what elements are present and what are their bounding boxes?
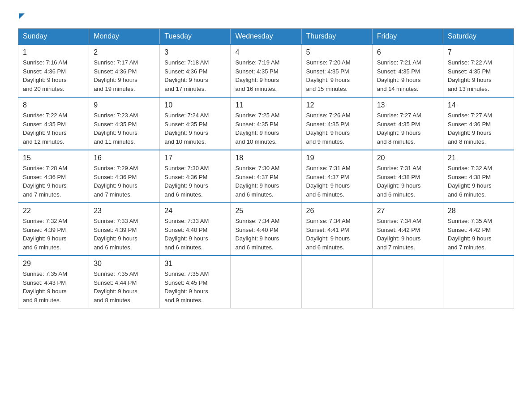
calendar-cell: 22 Sunrise: 7:32 AM Sunset: 4:39 PM Dayl…	[18, 203, 89, 256]
day-info: Sunrise: 7:24 AM Sunset: 4:35 PM Dayligh…	[164, 111, 226, 146]
day-number: 9	[94, 101, 155, 109]
day-number: 8	[23, 101, 84, 109]
day-info: Sunrise: 7:31 AM Sunset: 4:37 PM Dayligh…	[306, 164, 368, 199]
calendar-cell: 18 Sunrise: 7:30 AM Sunset: 4:37 PM Dayl…	[231, 150, 301, 203]
calendar-cell: 12 Sunrise: 7:26 AM Sunset: 4:35 PM Dayl…	[301, 97, 372, 150]
day-number: 29	[23, 260, 84, 268]
day-info: Sunrise: 7:22 AM Sunset: 4:35 PM Dayligh…	[448, 58, 509, 93]
calendar-cell: 20 Sunrise: 7:31 AM Sunset: 4:38 PM Dayl…	[372, 150, 443, 203]
day-number: 14	[448, 101, 509, 109]
day-number: 11	[235, 101, 296, 109]
week-row-3: 15 Sunrise: 7:28 AM Sunset: 4:36 PM Dayl…	[18, 150, 514, 203]
calendar-cell: 3 Sunrise: 7:18 AM Sunset: 4:36 PM Dayli…	[160, 44, 231, 97]
day-number: 23	[94, 207, 155, 215]
day-number: 30	[94, 260, 155, 268]
logo	[18, 13, 25, 19]
calendar-cell: 9 Sunrise: 7:23 AM Sunset: 4:35 PM Dayli…	[89, 97, 160, 150]
calendar-cell: 13 Sunrise: 7:27 AM Sunset: 4:35 PM Dayl…	[372, 97, 443, 150]
logo-content	[18, 13, 25, 19]
day-number: 17	[164, 154, 226, 162]
calendar-cell	[372, 256, 443, 308]
day-info: Sunrise: 7:33 AM Sunset: 4:40 PM Dayligh…	[164, 217, 226, 252]
day-number: 3	[164, 48, 226, 56]
day-info: Sunrise: 7:25 AM Sunset: 4:35 PM Dayligh…	[235, 111, 296, 146]
day-number: 27	[377, 207, 438, 215]
day-info: Sunrise: 7:23 AM Sunset: 4:35 PM Dayligh…	[94, 111, 155, 146]
column-header-friday: Friday	[372, 29, 443, 45]
day-info: Sunrise: 7:16 AM Sunset: 4:36 PM Dayligh…	[23, 58, 84, 93]
week-row-5: 29 Sunrise: 7:35 AM Sunset: 4:43 PM Dayl…	[18, 256, 514, 308]
day-number: 31	[164, 260, 226, 268]
calendar-cell	[443, 256, 514, 308]
calendar-cell: 28 Sunrise: 7:35 AM Sunset: 4:42 PM Dayl…	[443, 203, 514, 256]
day-info: Sunrise: 7:30 AM Sunset: 4:37 PM Dayligh…	[235, 164, 296, 199]
week-row-1: 1 Sunrise: 7:16 AM Sunset: 4:36 PM Dayli…	[18, 44, 514, 97]
day-info: Sunrise: 7:19 AM Sunset: 4:35 PM Dayligh…	[235, 58, 296, 93]
day-number: 16	[94, 154, 155, 162]
calendar-cell: 2 Sunrise: 7:17 AM Sunset: 4:36 PM Dayli…	[89, 44, 160, 97]
column-header-tuesday: Tuesday	[160, 29, 231, 45]
day-number: 24	[164, 207, 226, 215]
calendar-cell: 8 Sunrise: 7:22 AM Sunset: 4:35 PM Dayli…	[18, 97, 89, 150]
calendar-cell: 30 Sunrise: 7:35 AM Sunset: 4:44 PM Dayl…	[89, 256, 160, 308]
calendar-cell	[301, 256, 372, 308]
day-number: 7	[448, 48, 509, 56]
calendar-cell: 14 Sunrise: 7:27 AM Sunset: 4:36 PM Dayl…	[443, 97, 514, 150]
column-header-sunday: Sunday	[18, 29, 89, 45]
day-number: 15	[23, 154, 84, 162]
day-number: 4	[235, 48, 296, 56]
day-info: Sunrise: 7:33 AM Sunset: 4:39 PM Dayligh…	[94, 217, 155, 252]
day-number: 1	[23, 48, 84, 56]
column-header-monday: Monday	[89, 29, 160, 45]
calendar-cell: 25 Sunrise: 7:34 AM Sunset: 4:40 PM Dayl…	[231, 203, 301, 256]
day-info: Sunrise: 7:22 AM Sunset: 4:35 PM Dayligh…	[23, 111, 84, 146]
day-number: 28	[448, 207, 509, 215]
calendar-cell: 24 Sunrise: 7:33 AM Sunset: 4:40 PM Dayl…	[160, 203, 231, 256]
day-info: Sunrise: 7:35 AM Sunset: 4:43 PM Dayligh…	[23, 270, 84, 304]
day-info: Sunrise: 7:32 AM Sunset: 4:39 PM Dayligh…	[23, 217, 84, 252]
calendar-cell: 23 Sunrise: 7:33 AM Sunset: 4:39 PM Dayl…	[89, 203, 160, 256]
calendar-cell: 5 Sunrise: 7:20 AM Sunset: 4:35 PM Dayli…	[301, 44, 372, 97]
calendar-cell: 7 Sunrise: 7:22 AM Sunset: 4:35 PM Dayli…	[443, 44, 514, 97]
week-row-2: 8 Sunrise: 7:22 AM Sunset: 4:35 PM Dayli…	[18, 97, 514, 150]
column-header-wednesday: Wednesday	[231, 29, 301, 45]
day-info: Sunrise: 7:31 AM Sunset: 4:38 PM Dayligh…	[377, 164, 438, 199]
day-info: Sunrise: 7:27 AM Sunset: 4:35 PM Dayligh…	[377, 111, 438, 146]
day-number: 22	[23, 207, 84, 215]
calendar-header-row: SundayMondayTuesdayWednesdayThursdayFrid…	[18, 29, 514, 45]
calendar-cell: 17 Sunrise: 7:30 AM Sunset: 4:36 PM Dayl…	[160, 150, 231, 203]
calendar-cell: 19 Sunrise: 7:31 AM Sunset: 4:37 PM Dayl…	[301, 150, 372, 203]
day-info: Sunrise: 7:18 AM Sunset: 4:36 PM Dayligh…	[164, 58, 226, 93]
calendar-cell: 15 Sunrise: 7:28 AM Sunset: 4:36 PM Dayl…	[18, 150, 89, 203]
calendar-cell	[231, 256, 301, 308]
day-info: Sunrise: 7:34 AM Sunset: 4:41 PM Dayligh…	[306, 217, 368, 252]
day-number: 2	[94, 48, 155, 56]
day-info: Sunrise: 7:29 AM Sunset: 4:36 PM Dayligh…	[94, 164, 155, 199]
day-number: 20	[377, 154, 438, 162]
day-number: 5	[306, 48, 368, 56]
calendar-cell: 1 Sunrise: 7:16 AM Sunset: 4:36 PM Dayli…	[18, 44, 89, 97]
day-info: Sunrise: 7:35 AM Sunset: 4:42 PM Dayligh…	[448, 217, 509, 252]
calendar-cell: 6 Sunrise: 7:21 AM Sunset: 4:35 PM Dayli…	[372, 44, 443, 97]
calendar-cell: 16 Sunrise: 7:29 AM Sunset: 4:36 PM Dayl…	[89, 150, 160, 203]
day-number: 26	[306, 207, 368, 215]
day-number: 18	[235, 154, 296, 162]
day-info: Sunrise: 7:28 AM Sunset: 4:36 PM Dayligh…	[23, 164, 84, 199]
day-info: Sunrise: 7:26 AM Sunset: 4:35 PM Dayligh…	[306, 111, 368, 146]
day-info: Sunrise: 7:35 AM Sunset: 4:44 PM Dayligh…	[94, 270, 155, 304]
calendar-cell: 31 Sunrise: 7:35 AM Sunset: 4:45 PM Dayl…	[160, 256, 231, 308]
calendar-cell: 26 Sunrise: 7:34 AM Sunset: 4:41 PM Dayl…	[301, 203, 372, 256]
day-info: Sunrise: 7:35 AM Sunset: 4:45 PM Dayligh…	[164, 270, 226, 304]
day-info: Sunrise: 7:34 AM Sunset: 4:42 PM Dayligh…	[377, 217, 438, 252]
column-header-saturday: Saturday	[443, 29, 514, 45]
calendar-cell: 11 Sunrise: 7:25 AM Sunset: 4:35 PM Dayl…	[231, 97, 301, 150]
calendar-cell: 10 Sunrise: 7:24 AM Sunset: 4:35 PM Dayl…	[160, 97, 231, 150]
day-number: 13	[377, 101, 438, 109]
day-info: Sunrise: 7:34 AM Sunset: 4:40 PM Dayligh…	[235, 217, 296, 252]
column-header-thursday: Thursday	[301, 29, 372, 45]
day-number: 12	[306, 101, 368, 109]
day-number: 19	[306, 154, 368, 162]
calendar-cell: 21 Sunrise: 7:32 AM Sunset: 4:38 PM Dayl…	[443, 150, 514, 203]
day-info: Sunrise: 7:21 AM Sunset: 4:35 PM Dayligh…	[377, 58, 438, 93]
calendar-cell: 27 Sunrise: 7:34 AM Sunset: 4:42 PM Dayl…	[372, 203, 443, 256]
